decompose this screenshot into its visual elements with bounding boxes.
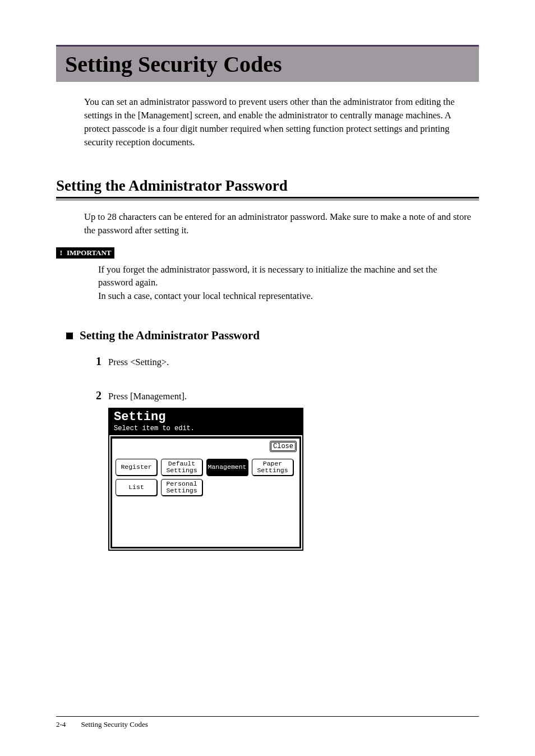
important-text-line-2: In such a case, contact your local techn… <box>98 289 473 303</box>
exclamation-icon: ! <box>58 249 64 256</box>
default-settings-button[interactable]: DefaultSettings <box>161 459 202 476</box>
paper-settings-button[interactable]: PaperSettings <box>252 459 293 476</box>
main-title: Setting Security Codes <box>65 51 479 77</box>
screen-button-grid: Register DefaultSettings Management Pape… <box>116 459 296 496</box>
main-title-banner: Setting Security Codes <box>56 45 479 82</box>
close-button[interactable]: Close <box>270 441 297 452</box>
screen-header: Setting Select item to edit. <box>109 409 302 435</box>
step-text: Press <Setting>. <box>108 357 169 368</box>
personal-settings-button[interactable]: PersonalSettings <box>161 479 202 496</box>
sub-heading: Setting the Administrator Password <box>56 329 479 343</box>
footer-section-title: Setting Security Codes <box>81 720 148 729</box>
square-bullet-icon <box>66 333 73 339</box>
section-paragraph: Up to 28 characters can be entered for a… <box>84 210 473 237</box>
intro-paragraph: You can set an administrator password to… <box>84 95 473 149</box>
management-button[interactable]: Management <box>206 459 248 476</box>
section-title: Setting the Administrator Password <box>56 177 479 195</box>
step-2: 2 Press [Management]. <box>87 389 479 402</box>
step-number: 2 <box>87 389 102 402</box>
step-1: 1 Press <Setting>. <box>87 355 479 368</box>
screen-subtitle: Select item to edit. <box>114 425 298 432</box>
screen-body: Close Register DefaultSettings Managemen… <box>110 436 301 548</box>
page-footer: 2-4 Setting Security Codes <box>56 720 148 729</box>
important-text-line-1: If you forget the administrator password… <box>98 263 473 290</box>
screen-title: Setting <box>114 411 298 423</box>
section-rule-thin <box>56 200 479 200</box>
list-button[interactable]: List <box>116 479 157 496</box>
important-badge: ! IMPORTANT <box>56 247 114 259</box>
step-text: Press [Management]. <box>108 391 187 402</box>
sub-heading-text: Setting the Administrator Password <box>80 329 260 343</box>
footer-page-number: 2-4 <box>56 720 66 729</box>
device-screen-mock: Setting Select item to edit. Close Regis… <box>108 408 303 551</box>
section-rule-thick <box>56 197 479 199</box>
step-number: 1 <box>87 355 102 368</box>
footer-rule <box>56 716 479 717</box>
important-label: IMPORTANT <box>67 248 111 257</box>
register-button[interactable]: Register <box>116 459 157 476</box>
